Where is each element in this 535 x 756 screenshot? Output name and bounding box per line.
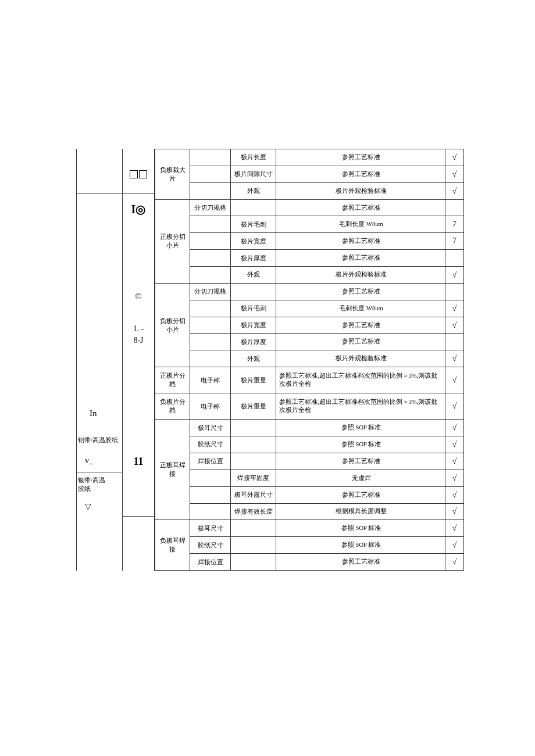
col7-cell <box>445 250 464 267</box>
col6-cell: 参照工艺标准 <box>276 250 445 267</box>
col7-cell: √ <box>445 420 464 436</box>
process-cell: 正极片分档 <box>155 367 190 393</box>
col4-cell <box>190 216 231 233</box>
table-row: 焊接位置参照工艺标准√ <box>155 554 464 571</box>
col6-cell: 无虚焊 <box>276 470 445 486</box>
col4-cell <box>190 149 231 166</box>
col5-cell: 外观 <box>231 267 276 284</box>
table-row: 焊接有效长度根据模具长度调整√ <box>155 503 464 520</box>
col5-cell: 极片毛刺 <box>231 216 276 233</box>
col7-cell: √ <box>445 182 464 199</box>
symbol-c: © <box>135 292 141 302</box>
col4-cell: 胶纸尺寸 <box>190 436 231 453</box>
left-text-mat2: 铝带/高温胶纸 <box>78 436 121 445</box>
col6-cell: 参照工艺标准,超出工艺标准档次范围的比例＞3%,则该批次极片全检 <box>276 367 445 393</box>
col5-cell: 极片重量 <box>231 393 276 420</box>
col6-cell: 极片外观检验标准 <box>276 267 445 284</box>
table-row: 负极裁大片极片长度参照工艺标准√ <box>155 149 464 166</box>
symbol-8j: 8-J <box>133 336 143 345</box>
col5-cell <box>231 420 276 436</box>
table-row: 极片宽度参照工艺标准√ <box>155 317 464 334</box>
col6-cell: 参照 SOP 标准 <box>276 520 445 537</box>
col6-cell: 参照工艺标准 <box>276 149 445 166</box>
col7-cell: √ <box>445 267 464 284</box>
table-row: 正极片分档电子称极片重量参照工艺标准,超出工艺标准档次范围的比例＞3%,则该批次… <box>155 367 464 393</box>
col5-cell: 焊接牢固度 <box>231 470 276 486</box>
col4-cell <box>190 503 231 520</box>
process-cell: 负极分切 小片 <box>155 283 190 367</box>
col6-cell: 参照工艺标准,超出工艺标准档次范围的比例＞3%,则该批次极片全检 <box>276 393 445 420</box>
col6-cell: 参照工艺标准 <box>276 166 445 182</box>
col4-cell: 胶纸尺寸 <box>190 537 231 554</box>
col5-cell <box>231 283 276 300</box>
col5-cell: 极片宽度 <box>231 317 276 334</box>
col7-cell: √ <box>445 393 464 420</box>
col7-cell: √ <box>445 453 464 470</box>
col5-cell: 极片厚度 <box>231 334 276 350</box>
col4-cell <box>190 267 231 284</box>
col4-cell <box>190 470 231 486</box>
table-row: 正极分切 小片分切刀规格参照工艺标准 <box>155 199 464 216</box>
col4-cell: 电子称 <box>190 367 231 393</box>
col6-cell: 参照 SOP 标准 <box>276 537 445 554</box>
col4-cell <box>190 166 231 182</box>
col5-cell: 极片间隙尺寸 <box>231 166 276 182</box>
col6-cell: 参照工艺标准 <box>276 199 445 216</box>
col7-cell: √ <box>445 537 464 554</box>
table-row: 极片厚度参照工艺标准 <box>155 334 464 350</box>
symbol-squares <box>129 162 148 181</box>
col5-cell <box>231 537 276 554</box>
col7-cell <box>445 334 464 350</box>
col6-cell: 参照工艺标准 <box>276 486 445 503</box>
symbol-io: I◎ <box>131 202 146 216</box>
table-row: 焊接牢固度无虚焊√ <box>155 470 464 486</box>
col4-cell: 焊接位置 <box>190 554 231 571</box>
table-row: 负极片分档电子称极片重量参照工艺标准,超出工艺标准档次范围的比例＞3%,则该批次… <box>155 393 464 420</box>
col7-cell: √ <box>445 367 464 393</box>
process-cell: 负极片分档 <box>155 393 190 420</box>
table-row: 极耳外露尺寸参照工艺标准√ <box>155 486 464 503</box>
col4-cell: 极耳尺寸 <box>190 420 231 436</box>
col4-cell <box>190 182 231 199</box>
process-cell: 负极耳焊接 <box>155 520 190 571</box>
col4-cell <box>190 350 231 367</box>
col7-cell: √ <box>445 317 464 334</box>
col4-cell <box>190 334 231 350</box>
col7-cell: √ <box>445 554 464 571</box>
col7-cell: √ <box>445 520 464 537</box>
symbol-11: 11 <box>133 456 143 468</box>
table-row: 负极耳焊接极耳尺寸参照 SOP 标准√ <box>155 520 464 537</box>
left-text-nabla: ▽ <box>78 501 121 511</box>
col7-cell: √ <box>445 300 464 317</box>
table-row: 外观极片外观检验标准√ <box>155 182 464 199</box>
col7-cell <box>445 199 464 216</box>
col7-cell: 7 <box>445 233 464 250</box>
col6-cell: 参照 SOP 标准 <box>276 420 445 436</box>
col4-cell <box>190 233 231 250</box>
symbol-column: I◎ © 1. - 8-J 11 <box>123 149 155 571</box>
col5-cell: 极片厚度 <box>231 250 276 267</box>
col5-cell <box>231 520 276 537</box>
col4-cell <box>190 486 231 503</box>
col7-cell: √ <box>445 149 464 166</box>
col5-cell: 外观 <box>231 350 276 367</box>
col5-cell: 焊接有效长度 <box>231 503 276 520</box>
col7-cell: √ <box>445 503 464 520</box>
table-row: 胶纸尺寸参照 SOP 标准√ <box>155 537 464 554</box>
process-cell: 正极耳焊接 <box>155 420 190 520</box>
col6-cell: 参照工艺标准 <box>276 233 445 250</box>
table-row: 极片毛刺毛刺长度 W8um7 <box>155 216 464 233</box>
table-row: 极片厚度参照工艺标准 <box>155 250 464 267</box>
table-row: 焊接位置参照工艺标准√ <box>155 453 464 470</box>
col5-cell <box>231 436 276 453</box>
table-row: 负极分切 小片分切刀规格参照工艺标准 <box>155 283 464 300</box>
col7-cell: 7 <box>445 216 464 233</box>
col6-cell: 参照工艺标准 <box>276 317 445 334</box>
col6-cell: 参照工艺标准 <box>276 554 445 571</box>
col4-cell <box>190 317 231 334</box>
col5-cell: 极片毛刺 <box>231 300 276 317</box>
col6-cell: 毛刺长度 W8um <box>276 216 445 233</box>
table-row: 外观极片外观检验标准√ <box>155 267 464 284</box>
col5-cell: 极片长度 <box>231 149 276 166</box>
col6-cell: 毛刺长度 W8um <box>276 300 445 317</box>
